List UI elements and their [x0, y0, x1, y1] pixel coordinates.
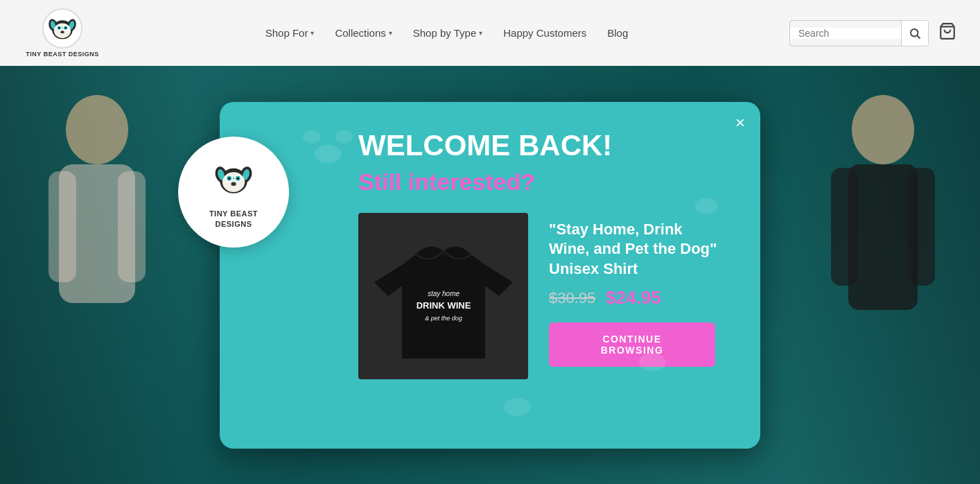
price-row: $30.95 $24.95 — [549, 287, 726, 309]
welcome-modal: Tiny Beast Designs × WELCOME BACK! Still… — [220, 102, 760, 449]
modal-logo-badge: Tiny Beast Designs — [178, 137, 289, 248]
svg-point-13 — [62, 27, 63, 28]
svg-point-57 — [231, 182, 236, 186]
svg-point-10 — [58, 26, 60, 28]
modal-dog-logo-icon — [209, 155, 259, 205]
modal-subtitle: Still interested? — [358, 168, 726, 196]
search-icon — [909, 27, 921, 40]
svg-text:stay home: stay home — [427, 290, 460, 297]
svg-point-55 — [228, 178, 231, 180]
logo-text: Tiny Beast Designs — [26, 51, 98, 58]
svg-point-14 — [911, 29, 918, 37]
chevron-icon: ▾ — [389, 29, 392, 37]
chevron-icon: ▾ — [310, 29, 314, 37]
modal-logo-text: Tiny Beast Designs — [209, 209, 258, 229]
continue-browsing-button[interactable]: CONTINUE BROWSING — [549, 322, 715, 367]
search-input[interactable] — [790, 28, 901, 39]
svg-line-15 — [917, 35, 920, 38]
modal-title: WELCOME BACK! — [358, 130, 726, 162]
cart-button[interactable] — [936, 19, 959, 47]
site-logo[interactable]: Tiny Beast Designs — [21, 8, 104, 58]
product-info: "Stay Home, Drink Wine, and Pet the Dog"… — [549, 213, 726, 368]
svg-point-12 — [60, 31, 64, 33]
price-original: $30.95 — [549, 289, 595, 307]
svg-text:DRINK WINE: DRINK WINE — [416, 300, 471, 311]
search-area — [789, 19, 959, 47]
logo-circle — [42, 8, 82, 49]
svg-point-11 — [64, 26, 67, 28]
svg-point-56 — [237, 178, 240, 180]
chevron-icon: ▾ — [479, 29, 482, 37]
nav-happy-customers[interactable]: Happy Customers — [503, 27, 586, 39]
product-row: stay home DRINK WINE & pet the dog "Stay… — [358, 213, 726, 379]
dog-logo-icon — [44, 10, 81, 48]
nav-collections[interactable]: Collections ▾ — [335, 27, 392, 39]
nav-shop-by-type[interactable]: Shop by Type ▾ — [413, 27, 482, 39]
search-button[interactable] — [901, 20, 928, 46]
product-image: stay home DRINK WINE & pet the dog — [358, 213, 528, 379]
main-nav: Shop For ▾ Collections ▾ Shop by Type ▾ … — [265, 27, 629, 39]
hero-background: Tiny Beast Designs × WELCOME BACK! Still… — [0, 66, 980, 484]
product-name: "Stay Home, Drink Wine, and Pet the Dog"… — [549, 220, 726, 279]
svg-text:& pet the dog: & pet the dog — [425, 315, 462, 322]
modal-overlay: Tiny Beast Designs × WELCOME BACK! Still… — [0, 66, 980, 484]
price-sale: $24.95 — [606, 287, 661, 309]
nav-shop-for[interactable]: Shop For ▾ — [265, 27, 315, 39]
product-tshirt-image: stay home DRINK WINE & pet the dog — [374, 227, 513, 365]
search-box — [789, 20, 929, 46]
close-button[interactable]: × — [735, 114, 745, 131]
svg-point-58 — [233, 178, 235, 180]
nav-blog[interactable]: Blog — [607, 27, 628, 39]
header: Tiny Beast Designs Shop For ▾ Collection… — [0, 0, 980, 66]
cart-icon — [938, 22, 956, 40]
